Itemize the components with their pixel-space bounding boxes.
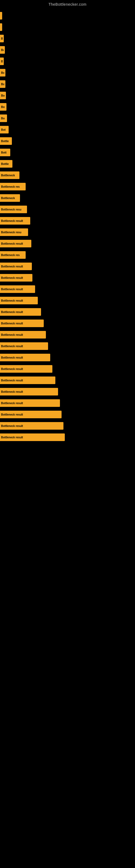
- bar-38: Bottleneck result: [0, 433, 65, 441]
- bar-label-16: Bottleneck res: [1, 185, 20, 188]
- bar-row: Bottleneck resu: [0, 204, 135, 215]
- bar-row: Bottleneck result: [0, 238, 135, 249]
- bar-16: Bottleneck res: [0, 183, 26, 190]
- bar-27: Bottleneck result: [0, 308, 41, 316]
- bar-label-28: Bottleneck result: [1, 322, 23, 325]
- bar-23: Bottleneck result: [0, 262, 32, 270]
- bar-label-18: Bottleneck resu: [1, 208, 21, 211]
- bar-label-11: Bot: [1, 128, 6, 131]
- bar-9: Bo: [0, 103, 6, 111]
- bar-row: Bottleneck result: [0, 432, 135, 443]
- bar-row: Bottleneck result: [0, 409, 135, 420]
- bar-label-22: Bottleneck res: [1, 254, 20, 257]
- bar-2: [0, 23, 2, 31]
- bar-32: Bottleneck result: [0, 365, 52, 373]
- bar-label-37: Bottleneck result: [1, 425, 23, 428]
- bar-row: Bottle: [0, 135, 135, 147]
- bar-label-35: Bottleneck result: [1, 402, 23, 405]
- bar-label-7: Bo: [1, 83, 4, 86]
- bar-row: B: [0, 56, 135, 67]
- bar-24: Bottleneck result: [0, 274, 32, 282]
- bar-7: Bo: [0, 80, 5, 88]
- site-title: TheBottlenecker.com: [0, 0, 135, 8]
- bar-25: Bottleneck result: [0, 285, 35, 293]
- bar-label-19: Bottleneck result: [1, 219, 23, 222]
- bar-row: Bottleneck result: [0, 318, 135, 329]
- bar-36: Bottleneck result: [0, 411, 61, 418]
- bar-label-32: Bottleneck result: [1, 368, 23, 371]
- bar-row: Bottleneck result: [0, 261, 135, 272]
- bar-row: Bottleneck result: [0, 329, 135, 340]
- bar-label-17: Bottleneck: [1, 197, 15, 199]
- bar-label-9: Bo: [1, 105, 5, 108]
- bar-label-24: Bottleneck result: [1, 276, 23, 279]
- bar-row: [0, 10, 135, 21]
- bar-row: [0, 22, 135, 33]
- bar-row: Bottleneck result: [0, 352, 135, 363]
- bar-row: Bottleneck result: [0, 215, 135, 226]
- bar-row: Bottleneck result: [0, 295, 135, 306]
- bar-row: Bottleneck resu: [0, 227, 135, 238]
- bar-label-30: Bottleneck result: [1, 345, 23, 348]
- bar-row: Bottleneck: [0, 170, 135, 181]
- bar-30: Bottleneck result: [0, 342, 48, 350]
- bar-19: Bottleneck result: [0, 217, 30, 225]
- bar-label-34: Bottleneck result: [1, 390, 23, 393]
- bar-29: Bottleneck result: [0, 331, 46, 339]
- bar-12: Bottle: [0, 137, 12, 145]
- bar-3: B: [0, 35, 4, 42]
- bar-row: Bot: [0, 124, 135, 135]
- bar-label-38: Bottleneck result: [1, 436, 23, 439]
- bar-label-26: Bottleneck result: [1, 299, 23, 302]
- bar-4: Bo: [0, 46, 5, 54]
- bar-10: Bo: [0, 115, 7, 122]
- bar-14: Bottle: [0, 160, 12, 167]
- bar-label-6: Bo: [1, 71, 4, 74]
- bar-37: Bottleneck result: [0, 422, 63, 430]
- bar-20: Bottleneck resu: [0, 228, 28, 236]
- bar-label-36: Bottleneck result: [1, 413, 23, 416]
- bar-label-23: Bottleneck result: [1, 265, 23, 268]
- bar-label-20: Bottleneck resu: [1, 231, 21, 234]
- bar-row: Bo: [0, 90, 135, 101]
- bar-row: Bo: [0, 44, 135, 55]
- bar-label-8: Bo: [1, 94, 5, 97]
- bar-31: Bottleneck result: [0, 354, 50, 361]
- bar-row: Bottleneck result: [0, 398, 135, 408]
- bar-row: Bottleneck: [0, 193, 135, 204]
- bar-label-3: B: [1, 37, 3, 40]
- bar-row: Bottleneck res: [0, 250, 135, 260]
- bar-row: B: [0, 33, 135, 44]
- bar-13: Bott: [0, 149, 10, 156]
- bar-row: Bottle: [0, 158, 135, 169]
- bar-row: Bottleneck result: [0, 364, 135, 374]
- bar-row: Bottleneck result: [0, 341, 135, 351]
- bar-label-27: Bottleneck result: [1, 311, 23, 314]
- bar-18: Bottleneck resu: [0, 206, 27, 213]
- bar-6: Bo: [0, 69, 5, 76]
- bar-1: [0, 12, 2, 20]
- bar-26: Bottleneck result: [0, 297, 38, 304]
- bar-label-14: Bottle: [1, 162, 9, 165]
- bar-5: B: [0, 58, 4, 65]
- bar-34: Bottleneck result: [0, 388, 58, 396]
- bar-row: Bottleneck result: [0, 421, 135, 431]
- bar-8: Bo: [0, 92, 6, 99]
- bar-row: Bo: [0, 79, 135, 90]
- bar-row: Bottleneck result: [0, 375, 135, 386]
- bar-row: Bottleneck result: [0, 284, 135, 294]
- bar-21: Bottleneck result: [0, 240, 31, 247]
- bar-row: Bo: [0, 113, 135, 124]
- bar-row: Bottleneck result: [0, 272, 135, 283]
- bar-35: Bottleneck result: [0, 399, 60, 407]
- bar-label-15: Bottleneck: [1, 174, 15, 177]
- bar-row: Bo: [0, 67, 135, 78]
- bar-label-33: Bottleneck result: [1, 379, 23, 382]
- bar-label-5: B: [1, 60, 3, 63]
- bar-11: Bot: [0, 126, 9, 133]
- bar-label-10: Bo: [1, 117, 5, 120]
- bar-15: Bottleneck: [0, 172, 19, 179]
- bar-28: Bottleneck result: [0, 319, 44, 327]
- bar-label-31: Bottleneck result: [1, 356, 23, 359]
- bar-label-12: Bottle: [1, 140, 9, 143]
